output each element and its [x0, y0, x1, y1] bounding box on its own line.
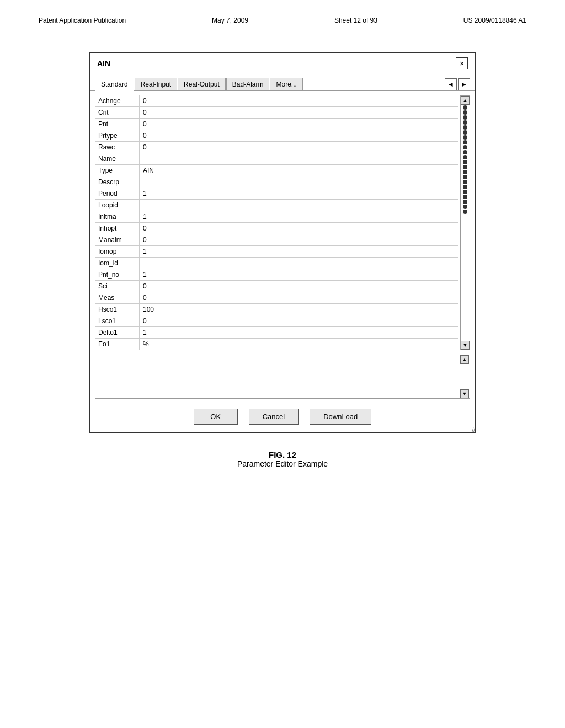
lower-scroll-down-button[interactable]: ▼: [460, 389, 469, 398]
lower-scroll-up-button[interactable]: ▲: [460, 355, 469, 364]
figure-caption: FIG. 12 Parameter Editor Example: [237, 450, 328, 468]
scroll-dot: [463, 160, 467, 164]
figure-label: FIG. 12: [237, 450, 328, 459]
scroll-dot: [463, 205, 467, 209]
param-label: Delto1: [95, 327, 139, 338]
param-value-input[interactable]: [139, 153, 458, 164]
patent-number: US 2009/0118846 A1: [463, 17, 526, 24]
close-button[interactable]: ×: [456, 57, 468, 69]
param-value-input[interactable]: [139, 130, 458, 141]
param-row: Pnt: [95, 119, 458, 130]
param-row: Hsco1: [95, 304, 458, 315]
param-row: Iom_id: [95, 258, 458, 269]
scroll-dot: [463, 130, 467, 135]
param-value-input[interactable]: [139, 246, 458, 257]
tab-prev-button[interactable]: ◄: [445, 78, 457, 90]
param-value-input[interactable]: [139, 188, 458, 199]
param-row: Name: [95, 153, 458, 165]
param-value-input[interactable]: [139, 327, 458, 338]
param-label: Lsco1: [95, 315, 139, 326]
scroll-dot: [463, 105, 467, 110]
scroll-down-button[interactable]: ▼: [461, 341, 470, 350]
param-row: Iomop: [95, 246, 458, 258]
param-value-input[interactable]: [139, 211, 458, 222]
param-row: Delto1: [95, 327, 458, 339]
param-value-input[interactable]: [139, 339, 458, 350]
param-label: Achnge: [95, 95, 139, 106]
param-label: Type: [95, 165, 139, 176]
scroll-up-button[interactable]: ▲: [461, 96, 470, 105]
scroll-dot: [463, 185, 467, 189]
tab-next-button[interactable]: ►: [458, 78, 470, 90]
scroll-dot: [463, 180, 467, 184]
param-row: Rawc: [95, 142, 458, 153]
patent-sheet: Sheet 12 of 93: [334, 17, 377, 24]
params-table: AchngeCritPntPrtypeRawcNameTypeDescrpPer…: [95, 95, 458, 350]
param-row: Type: [95, 165, 458, 176]
param-row: Inhopt: [95, 223, 458, 234]
lower-panel-scrollbar: ▲ ▼: [460, 355, 470, 398]
param-value-input[interactable]: [139, 165, 458, 176]
params-scrollbar[interactable]: ▲ ▼: [460, 95, 470, 350]
lower-panel-content: [95, 355, 460, 398]
param-value-input[interactable]: [139, 119, 458, 130]
scroll-dot: [463, 175, 467, 179]
param-label: Manalm: [95, 234, 139, 245]
button-bar: OK Cancel DownLoad: [90, 403, 475, 432]
scroll-dot: [463, 110, 467, 115]
tab-more[interactable]: More...: [270, 78, 302, 90]
tab-real-input[interactable]: Real-Input: [135, 78, 177, 90]
patent-date: May 7, 2009: [212, 17, 248, 24]
param-label: Pnt: [95, 119, 139, 130]
param-value-input[interactable]: [139, 223, 458, 234]
page: Patent Application Publication May 7, 20…: [0, 0, 565, 728]
param-value-input[interactable]: [139, 107, 458, 118]
param-row: Achnge: [95, 95, 458, 107]
param-value-input[interactable]: [139, 95, 458, 106]
cancel-button[interactable]: Cancel: [249, 409, 299, 425]
param-label: Name: [95, 153, 139, 164]
param-label: Inhopt: [95, 223, 139, 234]
param-row: Sci: [95, 281, 458, 292]
param-value-input[interactable]: [139, 269, 458, 280]
scroll-dot: [463, 135, 467, 140]
param-row: Eo1: [95, 339, 458, 350]
dialog-container: AIN × Standard Real-Input Real-Output Ba…: [89, 41, 476, 433]
param-label: Crit: [95, 107, 139, 118]
tab-bad-alarm[interactable]: Bad-Alarm: [226, 78, 270, 90]
scroll-dot: [463, 195, 467, 199]
param-value-input[interactable]: [139, 281, 458, 292]
param-label: Pnt_no: [95, 269, 139, 280]
param-label: Initma: [95, 211, 139, 222]
resize-corner[interactable]: //: [467, 425, 476, 433]
download-button[interactable]: DownLoad: [310, 409, 371, 425]
param-row: Manalm: [95, 234, 458, 246]
scroll-dot: [463, 120, 467, 125]
param-label: Sci: [95, 281, 139, 292]
param-value-input[interactable]: [139, 200, 458, 211]
param-value-input[interactable]: [139, 258, 458, 269]
scroll-dot: [463, 190, 467, 194]
param-label: Meas: [95, 292, 139, 303]
tab-standard[interactable]: Standard: [95, 78, 134, 91]
scroll-dot: [463, 210, 467, 214]
param-value-input[interactable]: [139, 142, 458, 153]
tab-real-output[interactable]: Real-Output: [178, 78, 226, 90]
param-value-input[interactable]: [139, 176, 458, 188]
param-value-input[interactable]: [139, 234, 458, 245]
param-value-input[interactable]: [139, 292, 458, 303]
param-row: Descrp: [95, 176, 458, 188]
param-label: Hsco1: [95, 304, 139, 315]
patent-left-label: Patent Application Publication: [39, 17, 126, 24]
param-value-input[interactable]: [139, 304, 458, 315]
scroll-track: [461, 105, 470, 341]
param-label: Iom_id: [95, 258, 139, 269]
param-row: Initma: [95, 211, 458, 223]
param-label: Loopid: [95, 200, 139, 211]
lower-panel: ▲ ▼: [95, 355, 470, 399]
param-value-input[interactable]: [139, 315, 458, 326]
ok-button[interactable]: OK: [194, 409, 238, 425]
scroll-dot: [463, 140, 467, 144]
scroll-dot: [463, 115, 467, 120]
param-row: Pnt_no: [95, 269, 458, 281]
